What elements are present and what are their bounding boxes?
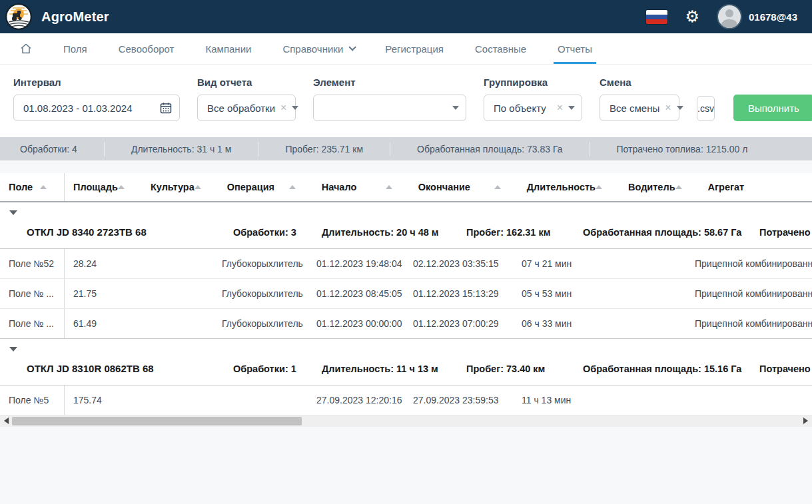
cell-unit: Прицепной комбинированный [686, 279, 812, 308]
date-range-field[interactable] [13, 95, 180, 121]
column-header-end[interactable]: Окончание [410, 173, 518, 201]
sort-asc-icon[interactable] [386, 185, 392, 189]
stat-separator [390, 142, 390, 156]
group-stat-treatments: Обработки: 3 [233, 227, 322, 238]
nav-item-fields[interactable]: Поля [63, 33, 87, 64]
group-header-row: ОТКЛ JD 8310R 0862ТВ 68 Обработки: 1 Дли… [0, 339, 812, 385]
collapse-caret-icon[interactable] [9, 347, 17, 352]
column-header-duration[interactable]: Длительность [518, 173, 619, 201]
nav-item-registration[interactable]: Регистрация [385, 33, 444, 64]
dropdown-caret-icon[interactable] [292, 106, 298, 110]
column-header-start[interactable]: Начало [313, 173, 410, 201]
filter-shift: Смена Все смены × [600, 77, 679, 121]
cell-field: Поле № ... [0, 279, 65, 308]
sort-asc-icon[interactable] [494, 185, 501, 189]
column-label: Поле [9, 182, 33, 192]
horizontal-scrollbar[interactable] [0, 415, 812, 427]
report-table: Поле Площадь Культура Операция Начало Ок… [0, 173, 812, 427]
cell-field: Поле № ... [0, 309, 65, 338]
collapse-caret-icon[interactable] [9, 210, 17, 215]
nav-home[interactable] [20, 33, 32, 64]
run-report-button[interactable]: Выполнить [733, 95, 812, 121]
group-stat-fuel: Потрачено [759, 227, 812, 238]
nav-item-campaigns[interactable]: Кампании [206, 33, 252, 64]
stat-treatments: Обработки: 4 [20, 144, 77, 154]
column-header-driver[interactable]: Водитель [619, 173, 699, 201]
table-row[interactable]: Поле №5 175.74 27.09.2023 12:20:16 27.09… [0, 385, 812, 415]
sort-asc-icon[interactable] [118, 185, 125, 189]
gear-icon[interactable]: ⚙ [685, 9, 699, 25]
cell-area: 21.75 [65, 279, 140, 308]
group-stat-area: Обработанная площадь: 58.67 Га [583, 227, 759, 238]
cell-driver [608, 279, 686, 308]
nav-item-reports[interactable]: Отчеты [558, 33, 592, 64]
column-header-field[interactable]: Поле [0, 173, 65, 201]
sort-asc-icon[interactable] [675, 185, 682, 189]
element-select[interactable] [313, 95, 466, 121]
nav-label: Справочники [282, 43, 343, 55]
person-icon [718, 5, 741, 28]
scroll-left-icon[interactable] [4, 417, 9, 424]
column-header-area[interactable]: Площадь [65, 173, 142, 201]
group-stat-fuel: Потрачено [759, 364, 812, 374]
dropdown-caret-icon[interactable] [677, 106, 683, 110]
column-label: Длительность [527, 182, 596, 192]
scroll-right-icon[interactable] [803, 417, 808, 424]
clear-icon[interactable]: × [665, 102, 671, 114]
csv-export-button[interactable]: .csv [697, 96, 715, 121]
russia-flag-icon[interactable] [646, 10, 667, 24]
clear-icon[interactable]: × [280, 102, 286, 114]
stat-separator [590, 142, 590, 156]
sort-asc-icon[interactable] [195, 185, 201, 189]
table-row[interactable]: Поле № ... 61.49 Глубокорыхлитель 01.12.… [0, 309, 812, 339]
column-header-operation[interactable]: Операция [218, 173, 313, 201]
sort-asc-icon[interactable] [596, 185, 602, 189]
cell-end: 27.09.2023 23:59:53 [404, 385, 513, 415]
stat-area: Обработанная площадь: 73.83 Га [417, 144, 562, 154]
avatar[interactable] [717, 4, 742, 29]
column-label: Агрегат [708, 182, 745, 192]
report-type-value: Все обработки [207, 103, 275, 114]
calendar-icon[interactable] [159, 101, 173, 115]
clear-icon[interactable]: × [557, 102, 563, 114]
cell-start: 01.12.2023 19:48:04 [308, 249, 404, 278]
column-header-culture[interactable]: Культура [142, 173, 218, 201]
top-header-bar: AgroMeter ⚙ 01678@43 [0, 0, 812, 33]
column-header-unit[interactable]: Агрегат [699, 173, 812, 201]
username-label[interactable]: 01678@43 [749, 11, 797, 23]
cell-unit [686, 385, 812, 415]
column-label: Водитель [628, 182, 675, 192]
sort-asc-icon[interactable] [40, 185, 47, 189]
main-nav: Поля Севооборот Кампании Справочники Рег… [0, 33, 812, 65]
table-row[interactable]: Поле №52 28.24 Глубокорыхлитель 01.12.20… [0, 249, 812, 279]
table-row[interactable]: Поле № ... 21.75 Глубокорыхлитель 01.12.… [0, 279, 812, 309]
filter-grouping: Группировка По объекту × [484, 77, 582, 121]
report-type-select[interactable]: Все обработки × [197, 95, 296, 121]
grouping-select[interactable]: По объекту × [484, 95, 582, 121]
stat-duration: Длительность: 31 ч 1 м [131, 144, 231, 154]
nav-item-composite[interactable]: Составные [475, 33, 526, 64]
column-label: Начало [322, 182, 357, 192]
cell-culture [140, 279, 213, 308]
group-stat-mileage: Пробег: 162.31 км [466, 227, 583, 238]
table-header-row: Поле Площадь Культура Операция Начало Ок… [0, 173, 812, 202]
stat-mileage: Пробег: 235.71 км [285, 144, 363, 154]
scrollbar-thumb[interactable] [12, 417, 302, 425]
nav-item-crop-rotation[interactable]: Севооборот [119, 33, 175, 64]
cell-field: Поле №52 [0, 249, 65, 278]
cell-driver [608, 309, 686, 338]
column-label: Операция [227, 182, 274, 192]
cell-duration: 07 ч 21 мин [513, 249, 608, 278]
date-range-input[interactable] [23, 103, 159, 114]
shift-select[interactable]: Все смены × [600, 95, 679, 121]
agrometer-logo-icon [5, 3, 32, 30]
grouping-value: По объекту [494, 103, 552, 114]
report-type-label: Вид отчета [197, 77, 296, 88]
cell-driver [608, 249, 686, 278]
cell-area: 61.49 [65, 309, 140, 338]
sort-asc-icon[interactable] [289, 185, 296, 189]
group-stat-mileage: Пробег: 73.40 км [466, 364, 583, 374]
dropdown-caret-icon[interactable] [452, 106, 459, 110]
nav-item-directories[interactable]: Справочники [282, 33, 354, 64]
dropdown-caret-icon[interactable] [568, 106, 575, 110]
